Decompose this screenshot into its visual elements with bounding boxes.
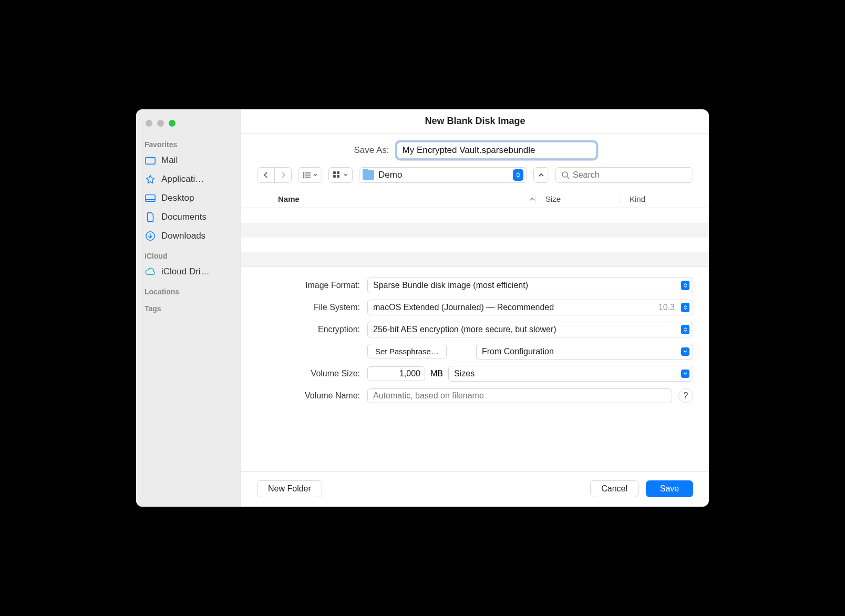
save-dialog: Favorites Mail Applicati… Desktop Docume… (136, 109, 709, 507)
sidebar-item-label: Documents (161, 212, 207, 222)
collapse-button[interactable] (533, 167, 549, 183)
sidebar-item-label: iCloud Dri… (161, 266, 210, 277)
file-list (241, 208, 709, 266)
downloads-icon (145, 231, 156, 241)
minimize-window-button[interactable] (157, 120, 164, 127)
nav-segment (257, 167, 292, 183)
column-name[interactable]: Name (278, 194, 509, 203)
updown-stepper-icon (681, 281, 689, 290)
chevron-down-icon (344, 173, 348, 177)
mail-folder-icon (145, 155, 156, 166)
column-size[interactable]: Size (535, 194, 620, 203)
chevron-down-icon (681, 369, 689, 378)
save-as-label: Save As: (354, 145, 389, 156)
updown-stepper-icon (513, 169, 523, 181)
svg-rect-7 (305, 174, 311, 175)
sidebar-item-label: Applicati… (161, 174, 204, 184)
set-passphrase-button[interactable]: Set Passphrase… (367, 344, 447, 358)
sidebar: Favorites Mail Applicati… Desktop Docume… (136, 109, 241, 507)
sidebar-section-locations: Locations (136, 281, 241, 298)
sidebar-section-favorites: Favorites (136, 134, 241, 151)
svg-rect-13 (337, 175, 339, 178)
applications-icon (145, 174, 156, 184)
sidebar-item-applications[interactable]: Applicati… (136, 170, 241, 189)
location-name: Demo (378, 170, 402, 180)
svg-rect-0 (146, 158, 155, 165)
zoom-window-button[interactable] (169, 120, 176, 127)
chevron-down-icon (313, 173, 317, 177)
updown-stepper-icon (681, 325, 689, 334)
file-system-popup[interactable]: macOS Extended (Journaled) — Recommended… (367, 300, 693, 315)
volume-name-input[interactable] (367, 388, 672, 403)
encryption-value: 256-bit AES encryption (more secure, but… (373, 325, 557, 334)
size-presets-value: Sizes (454, 369, 475, 378)
image-format-popup[interactable]: Sparse Bundle disk image (most efficient… (367, 278, 693, 293)
volume-size-unit: MB (430, 369, 443, 378)
svg-point-4 (303, 172, 305, 174)
folder-icon (363, 170, 374, 180)
dialog-footer: New Folder Cancel Save (241, 471, 709, 507)
image-options-form: Image Format: Sparse Bundle disk image (… (241, 266, 709, 415)
volume-name-label: Volume Name: (257, 391, 362, 401)
svg-rect-11 (337, 171, 339, 174)
search-field[interactable] (555, 167, 693, 183)
save-as-input[interactable] (397, 142, 596, 159)
svg-rect-1 (146, 195, 155, 202)
close-window-button[interactable] (146, 120, 152, 127)
back-button[interactable] (257, 168, 274, 182)
chevron-down-icon (681, 347, 689, 356)
document-icon (145, 212, 156, 222)
cloud-icon (145, 266, 156, 277)
sidebar-item-desktop[interactable]: Desktop (136, 189, 241, 208)
desktop-icon (145, 193, 156, 203)
save-button[interactable]: Save (646, 480, 693, 497)
svg-rect-9 (305, 177, 311, 177)
sidebar-item-label: Desktop (161, 193, 194, 203)
help-button[interactable]: ? (678, 388, 693, 403)
sidebar-item-documents[interactable]: Documents (136, 208, 241, 227)
new-folder-button[interactable]: New Folder (257, 480, 322, 497)
updown-stepper-icon (681, 303, 689, 312)
volume-size-label: Volume Size: (257, 369, 362, 378)
group-by-button[interactable] (328, 167, 353, 183)
location-popup[interactable]: Demo (359, 167, 527, 183)
file-system-label: File System: (257, 303, 362, 312)
svg-rect-5 (305, 172, 311, 173)
size-presets-popup[interactable]: Sizes (448, 366, 693, 382)
passphrase-source-value: From Configuration (482, 347, 554, 356)
sidebar-section-icloud: iCloud (136, 245, 241, 262)
passphrase-source-popup[interactable]: From Configuration (476, 344, 693, 360)
sidebar-item-downloads[interactable]: Downloads (136, 227, 241, 245)
sidebar-item-icloud-drive[interactable]: iCloud Dri… (136, 262, 241, 281)
column-kind[interactable]: Kind (620, 194, 693, 203)
svg-rect-12 (333, 175, 336, 178)
svg-point-6 (303, 174, 305, 176)
encryption-label: Encryption: (257, 325, 362, 334)
image-format-value: Sparse Bundle disk image (most efficient… (373, 281, 528, 290)
sidebar-item-label: Mail (161, 155, 178, 166)
image-format-label: Image Format: (257, 281, 362, 290)
search-icon (561, 171, 570, 179)
main-panel: New Blank Disk Image Save As: Demo (241, 109, 709, 507)
volume-size-input[interactable] (367, 366, 425, 381)
column-headers: Name Size Kind (241, 190, 709, 208)
search-input[interactable] (573, 170, 687, 180)
svg-rect-10 (333, 171, 336, 174)
svg-point-14 (562, 172, 568, 177)
forward-button[interactable] (274, 168, 291, 182)
file-system-version: 10.3 (658, 303, 677, 312)
encryption-popup[interactable]: 256-bit AES encryption (more secure, but… (367, 322, 693, 337)
window-controls (136, 115, 241, 134)
browser-toolbar: Demo (241, 164, 709, 190)
svg-point-8 (303, 177, 305, 178)
view-list-button[interactable] (298, 167, 322, 183)
cancel-button[interactable]: Cancel (590, 480, 638, 497)
sidebar-section-tags: Tags (136, 298, 241, 315)
sort-indicator-icon (509, 194, 535, 203)
sidebar-item-mail[interactable]: Mail (136, 151, 241, 170)
file-system-value: macOS Extended (Journaled) — Recommended (373, 303, 554, 312)
dialog-title: New Blank Disk Image (241, 109, 709, 134)
sidebar-item-label: Downloads (161, 231, 205, 241)
svg-line-15 (567, 177, 569, 179)
